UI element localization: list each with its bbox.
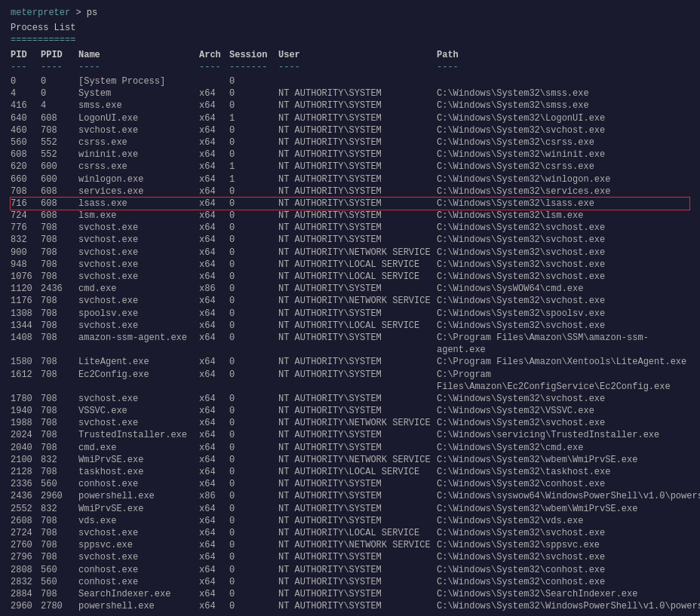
col-header-name: Name xyxy=(78,50,199,60)
table-row: 1780708svchost.exex640NT AUTHORITY\SYSTE… xyxy=(11,393,689,405)
table-row: 1176708svchost.exex640NT AUTHORITY\NETWO… xyxy=(11,295,689,307)
table-row: 640608LogonUI.exex641NT AUTHORITY\SYSTEM… xyxy=(11,112,689,124)
table-row: 2796708svchost.exex640NT AUTHORITY\SYSTE… xyxy=(11,551,689,563)
table-row: 608552wininit.exex640NT AUTHORITY\SYSTEM… xyxy=(11,149,689,161)
table-header: PID PPID Name Arch Session User Path xyxy=(11,50,689,60)
table-row: 2608708vds.exex640NT AUTHORITY\SYSTEMC:\… xyxy=(11,515,689,527)
underline-arch: ---- xyxy=(199,62,229,72)
table-row: 2832560conhost.exex640NT AUTHORITY\SYSTE… xyxy=(11,576,689,588)
col-header-ppid: PPID xyxy=(41,50,78,60)
table-row: 11202436cmd.exex860NT AUTHORITY\SYSTEMC:… xyxy=(11,283,689,295)
table-row: 460708svchost.exex640NT AUTHORITY\SYSTEM… xyxy=(11,124,689,136)
section-title: Process List xyxy=(11,23,689,33)
table-row: 716608lsass.exex640NT AUTHORITY\SYSTEMC:… xyxy=(11,198,689,210)
underline-name: ---- xyxy=(78,62,199,72)
top-prompt: meterpreter > ps xyxy=(11,8,689,18)
col-header-arch: Arch xyxy=(199,50,229,60)
table-header-underline: --- ---- ---- ---- ------- ---- ---- xyxy=(11,62,689,72)
table-row: 2024708TrustedInstaller.exex640NT AUTHOR… xyxy=(11,429,689,441)
table-row: 2128708taskhost.exex640NT AUTHORITY\LOCA… xyxy=(11,466,689,478)
underline-path: ---- xyxy=(437,62,689,72)
table-row: 776708svchost.exex640NT AUTHORITY\SYSTEM… xyxy=(11,222,689,234)
table-row: 24362960powershell.exex860NT AUTHORITY\S… xyxy=(11,490,689,502)
table-row: 2808560conhost.exex640NT AUTHORITY\SYSTE… xyxy=(11,564,689,576)
table-row: 1940708VSSVC.exex640NT AUTHORITY\SYSTEMC… xyxy=(11,405,689,417)
table-row: 948708svchost.exex640NT AUTHORITY\LOCAL … xyxy=(11,259,689,271)
table-row: 2100832WmiPrvSE.exex640NT AUTHORITY\NETW… xyxy=(11,454,689,466)
underline-user: ---- xyxy=(278,62,437,72)
table-row: 724608lsm.exex640NT AUTHORITY\SYSTEMC:\W… xyxy=(11,210,689,222)
table-row: 660600winlogon.exex641NT AUTHORITY\SYSTE… xyxy=(11,173,689,185)
table-row: 2724708svchost.exex640NT AUTHORITY\LOCAL… xyxy=(11,527,689,539)
col-header-user: User xyxy=(278,50,437,60)
table-row: 620600csrss.exex641NT AUTHORITY\SYSTEMC:… xyxy=(11,161,689,173)
table-row: 2884708SearchIndexer.exex640NT AUTHORITY… xyxy=(11,588,689,600)
table-row: 560552csrss.exex640NT AUTHORITY\SYSTEMC:… xyxy=(11,136,689,149)
prompt-name: meterpreter xyxy=(11,8,70,18)
table-row: 1076708svchost.exex640NT AUTHORITY\LOCAL… xyxy=(11,271,689,283)
table-row: 2552832WmiPrvSE.exex640NT AUTHORITY\SYST… xyxy=(11,503,689,515)
table-row: 1308708spoolsv.exex640NT AUTHORITY\SYSTE… xyxy=(11,308,689,320)
table-row: 1344708svchost.exex640NT AUTHORITY\LOCAL… xyxy=(11,320,689,332)
underline-ppid: ---- xyxy=(41,62,78,72)
col-header-pid: PID xyxy=(11,50,41,60)
table-row: 1988708svchost.exex640NT AUTHORITY\NETWO… xyxy=(11,417,689,429)
table-row: 708608services.exex640NT AUTHORITY\SYSTE… xyxy=(11,185,689,198)
table-row: 29602780powershell.exex640NT AUTHORITY\S… xyxy=(11,600,689,612)
table-row: 1612708Ec2Config.exex640NT AUTHORITY\SYS… xyxy=(11,369,689,393)
col-header-session: Session xyxy=(229,50,278,60)
table-row: 832708svchost.exex640NT AUTHORITY\SYSTEM… xyxy=(11,234,689,246)
process-table: PID PPID Name Arch Session User Path ---… xyxy=(11,50,689,612)
table-row: 4164smss.exex640NT AUTHORITY\SYSTEMC:\Wi… xyxy=(11,100,689,112)
section-underline: ============ xyxy=(11,35,689,45)
table-row: 2336560conhost.exex640NT AUTHORITY\SYSTE… xyxy=(11,478,689,490)
underline-session: ------- xyxy=(229,62,278,72)
prompt-command: ps xyxy=(87,8,97,18)
prompt-arrow: > xyxy=(70,8,87,18)
table-row: 40Systemx640NT AUTHORITY\SYSTEMC:\Window… xyxy=(11,87,689,100)
table-row: 1408708amazon-ssm-agent.exex640NT AUTHOR… xyxy=(11,332,689,356)
col-header-path: Path xyxy=(437,50,689,60)
terminal-window: meterpreter > ps Process List ==========… xyxy=(11,8,689,616)
table-row: 2760708sppsvc.exex640NT AUTHORITY\NETWOR… xyxy=(11,539,689,551)
table-row: 00[System Process]0 xyxy=(11,75,689,87)
underline-pid: --- xyxy=(11,62,41,72)
table-row: 900708svchost.exex640NT AUTHORITY\NETWOR… xyxy=(11,247,689,259)
table-row: 2040708cmd.exex640NT AUTHORITY\SYSTEMC:\… xyxy=(11,442,689,454)
table-row: 1580708LiteAgent.exex640NT AUTHORITY\SYS… xyxy=(11,356,689,368)
